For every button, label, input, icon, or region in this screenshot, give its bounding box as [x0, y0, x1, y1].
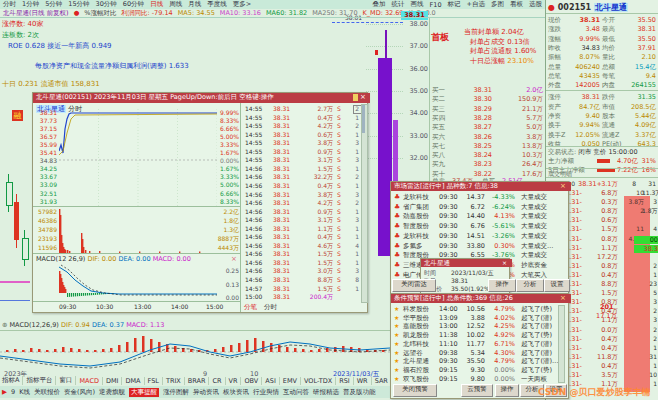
alert-row[interactable]: ★双飞股份09:159.800.00%一天两板	[391, 375, 568, 383]
tab-indicator-窗口[interactable]: 窗口	[59, 376, 76, 385]
close-radar-button[interactable]: 关闭雷达	[392, 279, 436, 292]
tab-bottom-研报精选[interactable]: 研报精选	[313, 388, 339, 397]
divider-horizontal	[0, 17, 545, 18]
operate-button[interactable]: 操作	[488, 279, 516, 292]
tab-period-更多>[interactable]: 更多>	[233, 0, 251, 9]
alert-titlebar[interactable]: 条件预警[运行中] 总条件数:369 信息:26	[391, 294, 571, 303]
alert-row[interactable]: ★凯龙股份11:3810.024.92%起飞了(势)	[391, 331, 568, 339]
toolbar-item-多图[interactable]: 多图	[491, 0, 504, 9]
tooltip-titlebar[interactable]: 北斗星通	[421, 259, 512, 267]
trade-price: 38.31	[273, 250, 290, 257]
close-icon[interactable]: ×	[560, 182, 566, 190]
tab-indicator-WR[interactable]: WR	[357, 377, 372, 385]
alert-row[interactable]: ★福石控股09:159.300.00%起飞了(势)	[391, 366, 568, 374]
radar-titlebar[interactable]: 市场雷达[运行中] 品种数:7 信息:38	[391, 182, 571, 191]
toolbar-item-画线[interactable]: 画线	[411, 0, 424, 9]
alert-row[interactable]: ★华平股份13:093.884.02%起飞了(潜)	[391, 314, 568, 322]
tab-bottom-资金(风向)[interactable]: 资金(风向)	[64, 388, 95, 397]
popup-tab-分时[interactable]: 分时	[264, 303, 277, 312]
tab-bottom-逆袭旗舰[interactable]: 逆袭旗舰	[99, 388, 125, 397]
tab-bottom-行业舆情[interactable]: 行业舆情	[253, 388, 279, 397]
tab-indicator-OBV[interactable]: OBV	[244, 377, 262, 385]
toolbar-item-标记[interactable]: 标记	[448, 0, 461, 9]
tab-indicator-DMI[interactable]: DMI	[106, 377, 123, 385]
alert-button-操作[interactable]: 操作	[495, 384, 519, 397]
alert-row[interactable]: ★北斗星通09:3035.504.79%起飞了(潜)…	[391, 357, 568, 365]
tab-indicator-EMV[interactable]: EMV	[283, 377, 301, 385]
tab-indicator-DMA[interactable]: DMA	[125, 377, 144, 385]
orderbook-volume: 5.7万	[498, 114, 543, 123]
alert-star-icon: ★	[394, 305, 399, 312]
trade-flag: S	[337, 139, 341, 146]
queue-volume: 0.8万	[586, 235, 618, 244]
alert-row[interactable]: ★北纬科技11:1011.776.71%起飞了(潜)	[391, 340, 568, 348]
toolbar-item-+自选[interactable]: +自选	[467, 0, 485, 9]
radar-event: 大量成交	[521, 193, 547, 202]
tab-indicator-BRAR[interactable]: BRAR	[188, 377, 210, 385]
subpane-close-icon[interactable]: ×	[231, 255, 237, 263]
tab-period-季度线[interactable]: 季度线	[207, 0, 227, 9]
alert-row[interactable]: ★远望谷09:385.344.30%起飞了(潜)	[391, 349, 568, 357]
close-icon[interactable]: ×	[560, 294, 566, 302]
trade-status-row: 交易状态: 闭市 竞价 15:00:00	[548, 148, 638, 157]
tab-bottom-关联报价[interactable]: 关联报价	[34, 388, 60, 397]
tab-bottom-9[interactable]: 9	[11, 388, 15, 396]
alert-price: 9.30	[459, 366, 485, 374]
alert-row[interactable]: ★嘉能股份13:0012.524.25%起飞了(潜)	[391, 322, 568, 330]
alert-button-关闭预警[interactable]: 关闭预警	[393, 384, 437, 397]
tab-bottom-板块资讯[interactable]: 板块资讯	[223, 388, 249, 397]
tab-indicator-指标A[interactable]: 指标A	[2, 376, 23, 385]
queue-count: 1	[642, 344, 657, 351]
tab-bottom-普及版功能[interactable]: 普及版功能	[343, 388, 376, 397]
queue-volume: 0.0万	[586, 326, 618, 335]
tab-period-月线[interactable]: 月线	[188, 0, 201, 9]
tab-indicator-TRIX[interactable]: TRIX	[166, 377, 185, 385]
fengdan-line-1: 封单占成交 0.13倍	[470, 37, 530, 47]
close-icon[interactable]: ×	[360, 93, 366, 101]
toolbar-item-F10[interactable]: F10	[430, 1, 442, 9]
analyze-button[interactable]: 分析	[516, 279, 544, 292]
alert-button-云预警[interactable]: 云预警	[461, 384, 493, 397]
radar-row[interactable]: ♣智度股份09:306.76-5.61%大量成交	[391, 222, 568, 231]
tab-indicator-VR[interactable]: VR	[229, 377, 242, 385]
tab-bottom-互动问答[interactable]: 互动问答	[283, 388, 309, 397]
macd-axis-tick: 0.13	[217, 281, 239, 288]
quote-label: 今开	[602, 16, 615, 25]
stock-name[interactable]: 北斗星通	[594, 3, 628, 12]
popup-tab-分笔[interactable]: 分笔	[244, 303, 257, 312]
tab-indicator-CR[interactable]: CR	[212, 377, 225, 385]
radar-row[interactable]: ♣龙软科技09:3014.51-3.26%大量成交	[391, 232, 568, 241]
tab-indicator-MACD[interactable]: MACD	[79, 377, 102, 385]
alert-row[interactable]: ★科发股份14:0010.564.79%起飞了(势)	[391, 305, 568, 313]
toolbar-item-统计[interactable]: 统计	[392, 0, 405, 9]
toolbar-item-选股[interactable]: 选股	[529, 0, 542, 9]
alert-scrollbar[interactable]	[558, 305, 565, 383]
tab-bottom-K线[interactable]: K线	[19, 388, 30, 397]
close-icon[interactable]: ×	[502, 259, 507, 266]
scrollbar-thumb[interactable]	[362, 105, 365, 133]
fengdan-line-0: 当前封单额 2.04亿	[464, 27, 524, 37]
queue-highlight-cell: 38.3	[634, 245, 658, 253]
alert-pct: 4.02%	[487, 314, 515, 322]
tab-indicator-FSL[interactable]: FSL	[148, 377, 163, 385]
tab-bottom-涨停图解[interactable]: 涨停图解	[163, 388, 189, 397]
tab-bottom-异动资讯[interactable]: 异动资讯	[193, 388, 219, 397]
tab-indicator-VOL-TDX[interactable]: VOL-TDX	[304, 377, 336, 385]
radar-row[interactable]: ♣多氟多09:3033.800.30%大量成交…	[391, 242, 568, 251]
tab-indicator-RSI[interactable]: RSI	[339, 377, 354, 385]
radar-row[interactable]: ♣龙软科技09:3014.37-4.33%大量成交	[391, 193, 568, 202]
minimize-icon[interactable]	[353, 94, 358, 101]
radar-row[interactable]: ♣省广集团09:306.72-6.24%大量成交	[391, 203, 568, 212]
tab-indicator-指标平台[interactable]: 指标平台	[26, 376, 56, 385]
alert-pct: 0.00%	[487, 375, 515, 383]
tick-popup-titlebar[interactable]: 北斗星通(002151) 2023年11月03日 星期五 PageUp/Down…	[33, 93, 370, 103]
tab-bottom-大事提醒[interactable]: 大事提醒	[129, 388, 159, 397]
tab-indicator-ASI[interactable]: ASI	[265, 377, 280, 385]
radar-row[interactable]: ♣劲嘉股份09:3014.404.13%大量成交	[391, 212, 568, 221]
settings-button[interactable]: 设置	[544, 279, 570, 292]
trade-scrollbar[interactable]	[361, 104, 368, 303]
orderbook-level-label: 买七	[432, 142, 445, 151]
toolbar-item-看板[interactable]: 看板	[510, 0, 523, 9]
toolbar-item-叠加[interactable]: 叠加	[373, 0, 386, 9]
trade-time: 14:55	[245, 131, 262, 138]
